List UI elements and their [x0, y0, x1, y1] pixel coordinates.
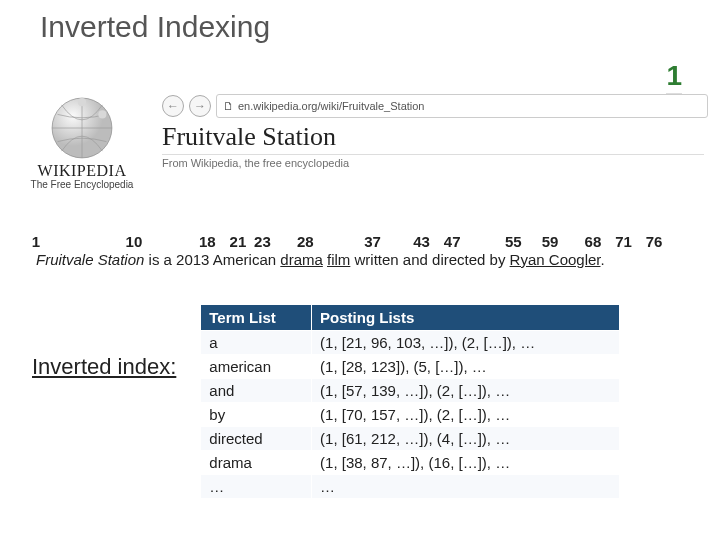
term-cell: …	[201, 475, 312, 499]
offset-value: 71	[615, 233, 632, 250]
inverted-index-label: Inverted index:	[32, 354, 176, 499]
table-row: drama(1, [38, 87, …]), (16, […]), …	[201, 451, 620, 475]
sample-sentence: Fruitvale Station is a 2013 American dra…	[36, 251, 694, 268]
slide-title: Inverted Indexing	[0, 0, 720, 44]
offset-ruler: 110182123283743475559687176	[36, 232, 648, 250]
offset-value: 18	[199, 233, 216, 250]
offset-value: 37	[364, 233, 381, 250]
posting-cell: (1, [38, 87, …]), (16, […]), …	[312, 451, 620, 475]
wikipedia-logo-block: WIKIPEDIA The Free Encyclopedia	[12, 92, 152, 190]
offset-value: 28	[297, 233, 314, 250]
term-cell: american	[201, 355, 312, 379]
sentence-title-italic: Fruitvale Station	[36, 251, 144, 268]
url-text: en.wikipedia.org/wiki/Fruitvale_Station	[238, 100, 424, 112]
offset-value: 68	[585, 233, 602, 250]
offsets-block: 110182123283743475559687176 Fruitvale St…	[36, 232, 694, 270]
term-cell: drama	[201, 451, 312, 475]
offset-value: 47	[444, 233, 461, 250]
forward-button[interactable]: →	[189, 95, 211, 117]
offset-value: 76	[646, 233, 663, 250]
term-cell: by	[201, 403, 312, 427]
svg-point-2	[98, 110, 106, 118]
offset-value: 59	[542, 233, 559, 250]
posting-cell: (1, [57, 139, …]), (2, […]), …	[312, 379, 620, 403]
article-title: Fruitvale Station	[162, 122, 704, 155]
page-icon: 🗋	[223, 100, 234, 112]
back-button[interactable]: ←	[162, 95, 184, 117]
table-row: directed(1, [61, 212, …]), (4, […]), …	[201, 427, 620, 451]
offset-value: 43	[413, 233, 430, 250]
table-row: american(1, [28, 123]), (5, […]), …	[201, 355, 620, 379]
wikipedia-globe-icon	[48, 94, 116, 162]
sentence-segment: written and directed by	[350, 251, 509, 268]
browser-url-bar: ← → 🗋 en.wikipedia.org/wiki/Fruitvale_St…	[162, 94, 708, 118]
sentence-fullstop: .	[601, 251, 605, 268]
offset-value: 21	[230, 233, 247, 250]
wikipedia-preview: WIKIPEDIA The Free Encyclopedia ← → 🗋 en…	[12, 92, 708, 190]
inverted-index-table: Term List Posting Lists a(1, [21, 96, 10…	[200, 304, 620, 499]
term-cell: and	[201, 379, 312, 403]
table-header-posting: Posting Lists	[312, 305, 620, 331]
wikipedia-wordmark: WIKIPEDIA	[12, 162, 152, 180]
posting-cell: (1, [28, 123]), (5, […]), …	[312, 355, 620, 379]
article-subtitle: From Wikipedia, the free encyclopedia	[162, 157, 708, 169]
term-cell: directed	[201, 427, 312, 451]
link-film[interactable]: film	[327, 251, 350, 268]
offset-value: 55	[505, 233, 522, 250]
posting-cell: …	[312, 475, 620, 499]
table-header-term: Term List	[201, 305, 312, 331]
table-row: a(1, [21, 96, 103, …]), (2, […]), …	[201, 331, 620, 355]
posting-cell: (1, [61, 212, …]), (4, […]), …	[312, 427, 620, 451]
url-field[interactable]: 🗋 en.wikipedia.org/wiki/Fruitvale_Statio…	[216, 94, 708, 118]
link-drama[interactable]: drama	[280, 251, 323, 268]
offset-value: 10	[126, 233, 143, 250]
table-row: ……	[201, 475, 620, 499]
table-row: by(1, [70, 157, …]), (2, […]), …	[201, 403, 620, 427]
sentence-segment: is a 2013 American	[144, 251, 280, 268]
posting-cell: (1, [21, 96, 103, …]), (2, […]), …	[312, 331, 620, 355]
svg-point-1	[78, 98, 86, 106]
offset-value: 1	[32, 233, 40, 250]
table-row: and(1, [57, 139, …]), (2, […]), …	[201, 379, 620, 403]
posting-cell: (1, [70, 157, …]), (2, […]), …	[312, 403, 620, 427]
term-cell: a	[201, 331, 312, 355]
page-number: 1	[666, 60, 682, 95]
wikipedia-tagline: The Free Encyclopedia	[12, 179, 152, 190]
link-ryan-coogler[interactable]: Ryan Coogler	[510, 251, 601, 268]
offset-value: 23	[254, 233, 271, 250]
